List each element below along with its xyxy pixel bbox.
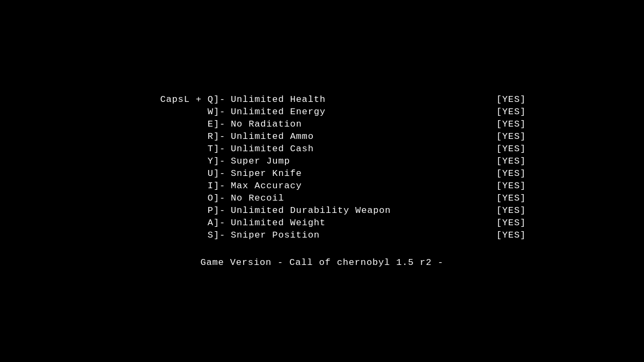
cheat-status: [YES]	[494, 230, 526, 240]
cheat-name: Sniper Knife	[225, 168, 494, 179]
key-binding: W]-	[118, 107, 225, 117]
cheat-status: [YES]	[494, 119, 526, 129]
cheat-list: CapsL + Q]-Unlimited Health[YES]W]-Unlim…	[118, 94, 526, 240]
cheat-name: Unlimited Energy	[225, 107, 494, 117]
key-binding: CapsL + Q]-	[118, 94, 225, 105]
key-binding: P]-	[118, 205, 225, 216]
cheat-name: Unlimited Health	[225, 94, 494, 105]
cheat-status: [YES]	[494, 193, 526, 203]
cheat-status: [YES]	[494, 205, 526, 216]
cheat-name: No Radiation	[225, 119, 494, 129]
key-binding: S]-	[118, 230, 225, 240]
cheat-row: P]-Unlimited Durability Weapon[YES]	[118, 205, 526, 216]
main-container: CapsL + Q]-Unlimited Health[YES]W]-Unlim…	[0, 0, 644, 362]
cheat-row: I]-Max Accuracy[YES]	[118, 181, 526, 191]
key-binding: U]-	[118, 168, 225, 179]
cheat-row: S]-Sniper Position[YES]	[118, 230, 526, 240]
key-binding: E]-	[118, 119, 225, 129]
cheat-row: O]-No Recoil[YES]	[118, 193, 526, 203]
key-binding: T]-	[118, 144, 225, 154]
cheat-row: U]-Sniper Knife[YES]	[118, 168, 526, 179]
cheat-name: Unlimited Durability Weapon	[225, 205, 494, 216]
cheat-status: [YES]	[494, 131, 526, 142]
cheat-status: [YES]	[494, 144, 526, 154]
cheat-name: Unlimited Cash	[225, 144, 494, 154]
cheat-name: Super Jump	[225, 156, 494, 166]
footer-text: Game Version - Call of chernobyl 1.5 r2 …	[200, 257, 443, 268]
cheat-row: R]-Unlimited Ammo[YES]	[118, 131, 526, 142]
cheat-name: Sniper Position	[225, 230, 494, 240]
cheat-row: W]-Unlimited Energy[YES]	[118, 107, 526, 117]
key-binding: Y]-	[118, 156, 225, 166]
cheat-name: Unlimited Ammo	[225, 131, 494, 142]
key-binding: O]-	[118, 193, 225, 203]
cheat-status: [YES]	[494, 156, 526, 166]
cheat-status: [YES]	[494, 168, 526, 179]
cheat-status: [YES]	[494, 218, 526, 228]
cheat-row: CapsL + Q]-Unlimited Health[YES]	[118, 94, 526, 105]
key-binding: I]-	[118, 181, 225, 191]
cheat-row: A]-Unlimited Weight[YES]	[118, 218, 526, 228]
key-binding: A]-	[118, 218, 225, 228]
cheat-name: Unlimited Weight	[225, 218, 494, 228]
cheat-status: [YES]	[494, 181, 526, 191]
cheat-status: [YES]	[494, 107, 526, 117]
cheat-row: T]-Unlimited Cash[YES]	[118, 144, 526, 154]
cheat-name: Max Accuracy	[225, 181, 494, 191]
cheat-row: E]-No Radiation[YES]	[118, 119, 526, 129]
cheat-status: [YES]	[494, 94, 526, 105]
cheat-name: No Recoil	[225, 193, 494, 203]
key-binding: R]-	[118, 131, 225, 142]
cheat-row: Y]-Super Jump[YES]	[118, 156, 526, 166]
